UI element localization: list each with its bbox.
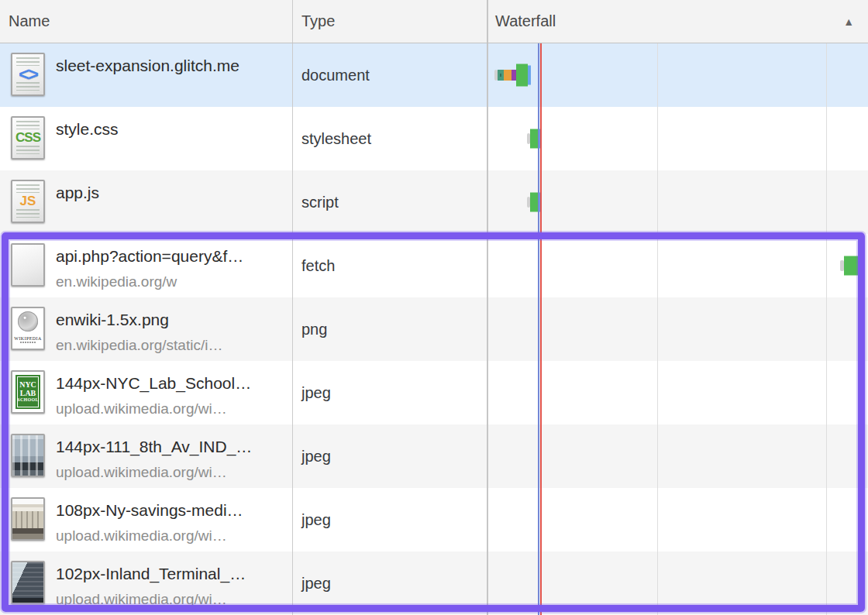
request-type: document	[293, 43, 488, 107]
request-type: script	[293, 170, 488, 234]
request-name: sleet-expansion.glitch.me	[56, 56, 288, 76]
waterfall-cell	[488, 43, 868, 107]
column-header-name[interactable]: Name	[0, 0, 293, 43]
waterfall-bar-dns	[498, 70, 504, 81]
sort-ascending-icon[interactable]: ▲	[843, 15, 854, 28]
column-header-waterfall[interactable]: Waterfall ▲	[488, 0, 868, 43]
annotation-highlight-border	[2, 232, 865, 612]
waterfall-cell	[488, 107, 868, 170]
request-row[interactable]: <> sleet-expansion.glitch.me document	[0, 43, 868, 107]
request-row[interactable]: CSS style.css stylesheet	[0, 107, 868, 170]
column-header-name-label: Name	[9, 12, 50, 30]
waterfall-bar-connect	[504, 70, 512, 81]
file-icon-glyph: JS	[12, 181, 43, 222]
column-header-waterfall-label: Waterfall	[495, 12, 556, 30]
script-file-icon: JS	[11, 180, 45, 223]
file-icon-glyph: <>	[12, 54, 43, 94]
column-header-type-label: Type	[301, 12, 335, 30]
table-header: Name Type Waterfall ▲	[0, 0, 868, 43]
request-type: stylesheet	[293, 107, 488, 170]
request-name-cell: CSS style.css	[0, 107, 293, 170]
waterfall-bar-download	[528, 66, 531, 85]
column-header-type[interactable]: Type	[293, 0, 488, 43]
request-name-cell: JS app.js	[0, 170, 293, 234]
request-row[interactable]: JS app.js script	[0, 170, 868, 234]
request-name: style.css	[56, 119, 288, 139]
request-name-cell: <> sleet-expansion.glitch.me	[0, 43, 293, 107]
document-file-icon: <>	[11, 53, 45, 96]
network-request-table: Name Type Waterfall ▲ <> sleet-expansion…	[0, 0, 868, 615]
stylesheet-file-icon: CSS	[11, 116, 45, 160]
waterfall-cell	[488, 170, 868, 234]
request-name: app.js	[56, 183, 288, 203]
waterfall-bar-wait	[516, 64, 528, 87]
file-icon-glyph: CSS	[12, 118, 43, 158]
